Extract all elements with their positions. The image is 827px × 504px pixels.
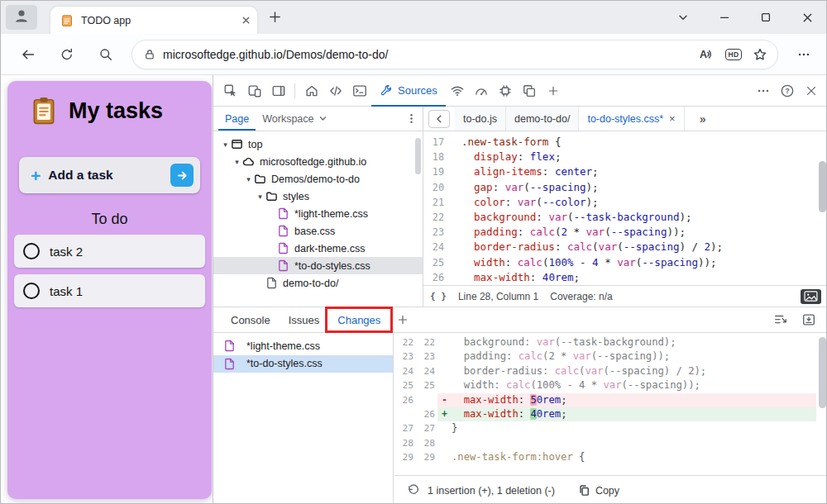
tree-item-base-css[interactable]: base.css: [213, 222, 423, 240]
diff-row[interactable]: 2323 padding: calc(2 * var(--spacing));: [394, 349, 816, 364]
navigator-scrollbar[interactable]: [415, 138, 421, 174]
tree-item-top[interactable]: ▾top: [213, 136, 423, 153]
browser-tab[interactable]: TODO app: [50, 7, 257, 34]
line-number[interactable]: 21: [423, 195, 452, 210]
diff-row[interactable]: 2424 border-radius: calc(var(--spacing) …: [394, 364, 816, 378]
new-tab-button[interactable]: [268, 10, 282, 24]
console-panel-button[interactable]: [347, 78, 371, 103]
editor-scrollbar[interactable]: [819, 161, 826, 212]
line-number[interactable]: 23: [423, 225, 452, 240]
read-aloud-icon[interactable]: A: [698, 46, 715, 63]
diff-row[interactable]: 26+ max-width: 40rem;: [394, 407, 816, 421]
tab-changes[interactable]: Changes: [328, 307, 390, 332]
diff-row[interactable]: 2727}: [394, 421, 816, 435]
toggle-navigator-button[interactable]: [428, 110, 450, 128]
help-button[interactable]: ?: [775, 78, 799, 103]
more-tools-button[interactable]: [751, 78, 775, 103]
tree-item-to-do-styles-css[interactable]: *to-do-styles.css: [213, 257, 423, 274]
tree-item-demo-to-do[interactable]: demo-to-do/: [213, 274, 423, 292]
file-tab-demo-to-do[interactable]: demo-to-do/: [506, 107, 579, 131]
line-number[interactable]: 24: [423, 240, 452, 254]
inspect-button[interactable]: [218, 78, 242, 103]
maximize-button[interactable]: [750, 6, 782, 29]
code-line-18[interactable]: 18 display: flex;: [423, 150, 827, 164]
code-line-26[interactable]: 26 max-width: 40rem;: [423, 270, 827, 285]
tab-search-chevron-icon[interactable]: [667, 6, 699, 29]
tree-item-light-theme-css[interactable]: *light-theme.css: [213, 205, 423, 222]
add-task-button[interactable]: + Add a task: [19, 157, 200, 193]
add-panel-button[interactable]: [542, 78, 566, 103]
expand-button[interactable]: [773, 312, 788, 327]
more-tabs-chevron-icon[interactable]: »: [700, 112, 706, 126]
task-item[interactable]: task 2: [14, 235, 205, 268]
settings-more-button[interactable]: [793, 44, 815, 65]
line-number[interactable]: 17: [423, 135, 452, 150]
tab-page[interactable]: Page: [218, 107, 256, 131]
tree-item-demos-demo-to-do[interactable]: ▾Demos/demo-to-do: [213, 170, 423, 188]
line-number[interactable]: 18: [423, 150, 452, 164]
copy-button[interactable]: Copy: [578, 484, 619, 497]
profile-avatar[interactable]: [6, 5, 37, 30]
task-item[interactable]: task 1: [14, 274, 205, 307]
tab-close-icon[interactable]: [241, 16, 251, 25]
search-button[interactable]: [95, 44, 117, 65]
line-number[interactable]: 26: [423, 270, 452, 285]
favorites-star-icon[interactable]: [753, 47, 767, 62]
pretty-print-button[interactable]: { }: [430, 291, 447, 302]
line-number[interactable]: 22: [423, 210, 452, 225]
hd-badge[interactable]: HD: [725, 49, 742, 60]
task-checkbox[interactable]: [23, 243, 40, 259]
code-line-25[interactable]: 25 width: calc(100% - 4 * var(--spacing)…: [423, 255, 827, 270]
code-line-19[interactable]: 19 align-items: center;: [423, 164, 827, 179]
file-tab-to-do-styles-css[interactable]: to-do-styles.css*×: [579, 107, 684, 131]
code-line-23[interactable]: 23 padding: calc(2 * var(--spacing));: [423, 225, 827, 240]
code-line-22[interactable]: 22 background: var(--task-background);: [423, 210, 827, 225]
diff-row[interactable]: 2222 background: var(--task-background);: [394, 335, 816, 349]
close-devtools-button[interactable]: [799, 78, 823, 103]
media-button[interactable]: [801, 289, 821, 304]
close-window-button[interactable]: [791, 6, 823, 29]
refresh-button[interactable]: [56, 44, 78, 65]
memory-button[interactable]: [494, 78, 518, 103]
device-emulation-button[interactable]: [242, 78, 266, 103]
elements-button[interactable]: [323, 78, 347, 103]
diff-row[interactable]: 2525 width: calc(100% - 4 * var(--spacin…: [394, 378, 816, 392]
line-number[interactable]: 25: [423, 255, 452, 270]
changed-file-to-do-styles-css[interactable]: *to-do-styles.css: [213, 355, 393, 373]
tab-console[interactable]: Console: [222, 307, 280, 332]
add-drawer-tab-button[interactable]: [396, 313, 409, 326]
submit-task-button[interactable]: [170, 164, 194, 187]
tree-item-dark-theme-css[interactable]: dark-theme.css: [213, 240, 423, 257]
close-tab-icon[interactable]: ×: [669, 112, 676, 125]
network-button[interactable]: [446, 78, 470, 103]
tree-item-microsoftedge-github-io[interactable]: ▾microsoftedge.github.io: [213, 153, 423, 170]
tree-item-styles[interactable]: ▾styles: [213, 188, 423, 205]
task-checkbox[interactable]: [23, 283, 40, 299]
code-line-17[interactable]: 17.new-task-form {: [423, 135, 827, 150]
site-info-lock-icon[interactable]: [144, 49, 155, 60]
line-number[interactable]: 19: [423, 164, 452, 179]
diff-row[interactable]: 26- max-width: 50rem;: [394, 393, 816, 407]
tab-workspace[interactable]: Workspace: [256, 107, 333, 131]
application-button[interactable]: [518, 78, 542, 103]
home-button[interactable]: [299, 78, 323, 103]
dock-button[interactable]: [801, 312, 816, 327]
address-bar[interactable]: microsoftedge.github.io/Demos/demo-to-do…: [131, 40, 778, 69]
line-number[interactable]: 20: [423, 180, 452, 195]
code-line-24[interactable]: 24 border-radius: calc(var(--spacing) / …: [423, 240, 827, 254]
code-line-20[interactable]: 20 gap: var(--spacing);: [423, 180, 827, 195]
navigator-more-button[interactable]: [401, 112, 421, 125]
diff-row[interactable]: 2929.new-task-form:hover {: [394, 450, 816, 464]
focus-panel-button[interactable]: [266, 78, 290, 103]
tab-sources[interactable]: Sources: [371, 75, 446, 107]
minimize-button[interactable]: [709, 6, 740, 29]
editor-pane[interactable]: 17.new-task-form {18 display: flex;19 al…: [423, 131, 827, 285]
file-tab-to-do-js[interactable]: to-do.js: [455, 107, 506, 131]
diff-scrollbar[interactable]: [819, 337, 826, 408]
changed-file-light-theme-css[interactable]: *light-theme.css: [213, 337, 393, 355]
performance-button[interactable]: [470, 78, 494, 103]
diff-row[interactable]: 2828: [394, 436, 816, 450]
back-button[interactable]: [17, 44, 39, 65]
tab-issues[interactable]: Issues: [280, 307, 329, 332]
revert-button[interactable]: [406, 484, 419, 497]
